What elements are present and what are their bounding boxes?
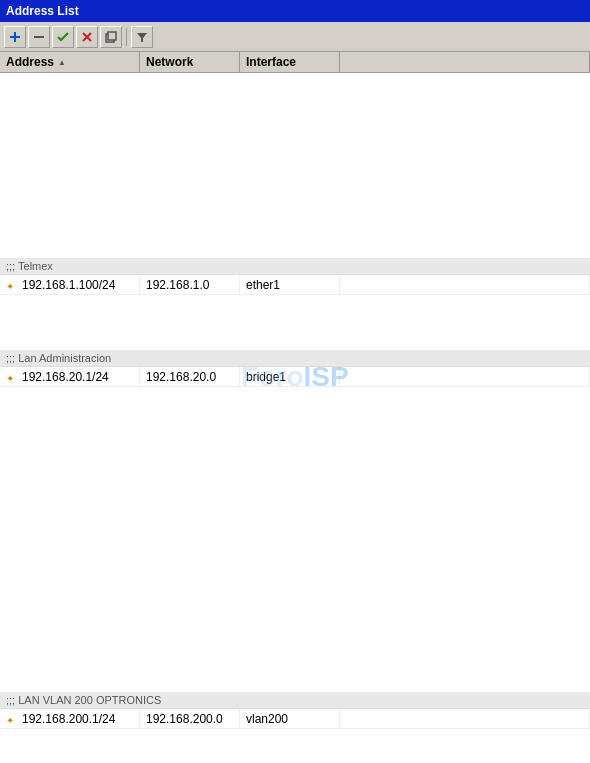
cell-network: 192.168.20.0 bbox=[140, 367, 240, 386]
svg-marker-7 bbox=[137, 33, 147, 42]
svg-rect-2 bbox=[34, 36, 44, 38]
section-header-telmex: ;;; Telmex bbox=[0, 258, 590, 275]
empty-space-mid2 bbox=[0, 387, 590, 692]
filter-button[interactable] bbox=[131, 26, 153, 48]
sort-arrow-address: ▲ bbox=[58, 58, 66, 67]
cell-network: 192.168.200.0 bbox=[140, 709, 240, 728]
svg-rect-1 bbox=[10, 36, 20, 38]
section-header-vlan: ;;; LAN VLAN 200 OPTRONICS bbox=[0, 692, 590, 709]
disable-button[interactable] bbox=[76, 26, 98, 48]
cell-address: 192.168.1.100/24 bbox=[0, 275, 140, 294]
toolbar-separator bbox=[126, 28, 127, 46]
table-container: ForoISP Address ▲ Network Interface ;;; … bbox=[0, 52, 590, 763]
table-header: Address ▲ Network Interface bbox=[0, 52, 590, 73]
column-header-extra bbox=[340, 52, 590, 72]
table-row[interactable]: 192.168.1.100/24 192.168.1.0 ether1 bbox=[0, 275, 590, 295]
column-header-address[interactable]: Address ▲ bbox=[0, 52, 140, 72]
window-title: Address List bbox=[6, 4, 79, 18]
cell-extra bbox=[340, 709, 590, 728]
cell-extra bbox=[340, 367, 590, 386]
address-icon bbox=[6, 713, 18, 725]
copy-button[interactable] bbox=[100, 26, 122, 48]
empty-space-top bbox=[0, 73, 590, 258]
title-bar: Address List bbox=[0, 0, 590, 22]
enable-button[interactable] bbox=[52, 26, 74, 48]
section-header-lan-admin: ;;; Lan Administracion bbox=[0, 350, 590, 367]
address-icon bbox=[6, 371, 18, 383]
cell-interface: vlan200 bbox=[240, 709, 340, 728]
cell-address: 192.168.200.1/24 bbox=[0, 709, 140, 728]
cell-network: 192.168.1.0 bbox=[140, 275, 240, 294]
add-button[interactable] bbox=[4, 26, 26, 48]
address-icon bbox=[6, 279, 18, 291]
toolbar bbox=[0, 22, 590, 52]
column-header-network[interactable]: Network bbox=[140, 52, 240, 72]
cell-interface: ether1 bbox=[240, 275, 340, 294]
empty-space-mid1 bbox=[0, 295, 590, 350]
svg-rect-6 bbox=[108, 32, 116, 40]
cell-address: 192.168.20.1/24 bbox=[0, 367, 140, 386]
column-header-interface[interactable]: Interface bbox=[240, 52, 340, 72]
remove-button[interactable] bbox=[28, 26, 50, 48]
table-row[interactable]: 192.168.20.1/24 192.168.20.0 bridge1 bbox=[0, 367, 590, 387]
cell-interface: bridge1 bbox=[240, 367, 340, 386]
table-row[interactable]: 192.168.200.1/24 192.168.200.0 vlan200 bbox=[0, 709, 590, 729]
cell-extra bbox=[340, 275, 590, 294]
